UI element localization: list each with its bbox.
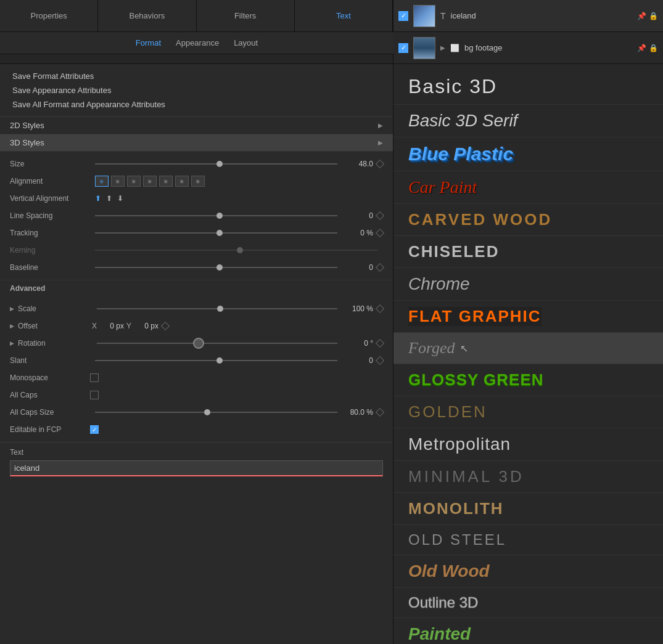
style-blue-plastic-label: Blue Plastic — [408, 144, 513, 165]
rotation-expand-icon[interactable]: ▶ — [10, 340, 14, 346]
all-caps-size-slider[interactable] — [95, 412, 337, 413]
iceland-layer-checkbox[interactable]: ✓ — [398, 11, 408, 21]
tracking-label: Tracking — [10, 229, 90, 237]
scale-expand-icon[interactable]: ▶ — [10, 306, 14, 312]
style-item-golden[interactable]: GOLDEN — [393, 396, 663, 428]
tab-layout[interactable]: Layout — [234, 37, 258, 49]
style-item-flat-graphic[interactable]: FLAT GRAPHIC — [393, 301, 663, 333]
scale-value: 100 % — [342, 304, 373, 313]
sub-tabs-container: Format Appearance Layout — [0, 32, 393, 63]
scale-label: Scale — [18, 304, 92, 313]
save-appearance-menu-item[interactable]: Save Appearance Attributes — [0, 83, 393, 97]
style-item-basic-3d[interactable]: Basic 3D — [393, 69, 663, 105]
size-label: Size — [10, 160, 90, 168]
style-old-steel-label: OLD STEEL — [408, 531, 506, 548]
rotation-keyframe[interactable] — [376, 339, 384, 348]
size-keyframe[interactable] — [376, 160, 384, 168]
align-justify-btn[interactable]: ≡ — [143, 176, 157, 187]
scale-keyframe[interactable] — [376, 304, 384, 313]
tab-filters[interactable]: Filters — [197, 0, 295, 31]
iceland-layer-name: iceland — [451, 11, 632, 20]
tab-behaviors[interactable]: Behaviors — [98, 0, 196, 31]
style-item-forged[interactable]: Forged ↖ — [393, 333, 663, 364]
tab-appearance[interactable]: Appearance — [176, 37, 219, 49]
style-item-metropolitan[interactable]: Metropolitan — [393, 428, 663, 461]
style-item-painted[interactable]: Painted — [393, 618, 663, 644]
style-monolith-label: MONOLITH — [408, 499, 504, 518]
lock-icon: 🔒 — [649, 12, 658, 20]
style-item-chrome[interactable]: Chrome — [393, 268, 663, 301]
layer-iceland-row: ✓ T iceland 📌 🔒 — [393, 0, 663, 31]
all-caps-size-value: 80.0 % — [342, 408, 373, 417]
rotation-label: Rotation — [18, 339, 92, 348]
monospace-checkbox[interactable] — [90, 373, 99, 382]
tracking-slider[interactable] — [95, 232, 337, 234]
3d-styles-row[interactable]: 3D Styles ▶ — [0, 134, 393, 152]
bg-footage-thumbnail — [413, 37, 435, 59]
bg-footage-icons: 📌 🔒 — [637, 44, 658, 52]
style-item-basic-3d-serif[interactable]: Basic 3D Serif — [393, 105, 663, 137]
style-metropolitan-label: Metropolitan — [408, 434, 511, 454]
style-item-chiseled[interactable]: CHISELED — [393, 236, 663, 268]
line-spacing-value: 0 — [342, 211, 373, 220]
tab-text[interactable]: Text — [295, 0, 393, 31]
line-spacing-keyframe[interactable] — [376, 211, 384, 220]
tab-format[interactable]: Format — [136, 37, 161, 49]
style-item-outline-3d[interactable]: Outline 3D — [393, 588, 663, 618]
offset-keyframe[interactable] — [161, 322, 170, 330]
main-layout: Save Format Attributes Save Appearance A… — [0, 64, 663, 644]
style-item-old-wood[interactable]: Old Wood — [393, 555, 663, 588]
offset-row: ▶ Offset X 0 px Y 0 px — [0, 317, 393, 335]
valign-top-btn[interactable]: ⬆ — [95, 194, 101, 203]
baseline-keyframe[interactable] — [376, 263, 384, 272]
2d-styles-label: 2D Styles — [10, 121, 378, 130]
size-slider[interactable] — [95, 163, 337, 165]
align-justify4-btn[interactable]: ≡ — [191, 176, 205, 187]
kerning-slider[interactable] — [95, 250, 378, 251]
slant-slider[interactable] — [95, 360, 337, 361]
style-item-blue-plastic[interactable]: Blue Plastic — [393, 137, 663, 171]
slant-keyframe[interactable] — [376, 356, 384, 365]
valign-bottom-btn[interactable]: ⬇ — [117, 194, 123, 203]
editable-fcp-row: Editable in FCP ✓ — [0, 421, 393, 438]
slant-label: Slant — [10, 356, 90, 365]
style-item-glossy-green[interactable]: GLOSSY GREEN — [393, 364, 663, 396]
all-caps-row: All Caps — [0, 386, 393, 404]
text-input[interactable] — [10, 460, 383, 476]
style-item-monolith[interactable]: MONOLITH — [393, 493, 663, 525]
style-outline-3d-label: Outline 3D — [408, 594, 478, 611]
cursor-icon: ↖ — [460, 343, 468, 354]
align-right-btn[interactable]: ≡ — [127, 176, 141, 187]
style-chrome-label: Chrome — [408, 274, 470, 294]
valign-middle-btn[interactable]: ⬆ — [106, 194, 112, 203]
align-justify2-btn[interactable]: ≡ — [159, 176, 173, 187]
baseline-label: Baseline — [10, 263, 90, 272]
scale-slider[interactable] — [97, 308, 337, 309]
editable-fcp-checkbox[interactable]: ✓ — [90, 425, 99, 434]
bg-footage-checkbox[interactable]: ✓ — [398, 43, 408, 53]
save-format-menu-item[interactable]: Save Format Attributes — [0, 69, 393, 83]
all-caps-size-keyframe[interactable] — [376, 408, 384, 417]
rotation-value: 0 ° — [342, 339, 373, 348]
align-left-btn[interactable]: ≡ — [95, 176, 109, 187]
tracking-keyframe[interactable] — [376, 229, 384, 237]
style-item-car-paint[interactable]: Car Paint — [393, 171, 663, 204]
style-item-carved-wood[interactable]: CARVED WOOD — [393, 204, 663, 236]
advanced-section: ▶ Scale 100 % ▶ Offset X 0 px Y 0 px — [0, 296, 393, 442]
style-item-old-steel[interactable]: OLD STEEL — [393, 525, 663, 555]
vertical-alignment-buttons: ⬆ ⬆ ⬇ — [95, 194, 383, 203]
2d-styles-row[interactable]: 2D Styles ▶ — [0, 117, 393, 134]
slant-row: Slant 0 — [0, 352, 393, 369]
baseline-slider[interactable] — [95, 267, 337, 268]
advanced-header: Advanced — [0, 280, 393, 296]
all-caps-checkbox[interactable] — [90, 391, 99, 399]
style-old-wood-label: Old Wood — [408, 561, 490, 581]
line-spacing-slider[interactable] — [95, 215, 337, 216]
offset-expand-icon[interactable]: ▶ — [10, 323, 14, 329]
style-item-minimal-3d[interactable]: MINIMAL 3D — [393, 461, 663, 493]
align-justify3-btn[interactable]: ≡ — [175, 176, 189, 187]
align-center-btn[interactable]: ≡ — [111, 176, 125, 187]
tab-properties[interactable]: Properties — [0, 0, 98, 31]
save-all-menu-item[interactable]: Save All Format and Appearance Attribute… — [0, 97, 393, 112]
rotation-slider[interactable] — [97, 343, 337, 344]
